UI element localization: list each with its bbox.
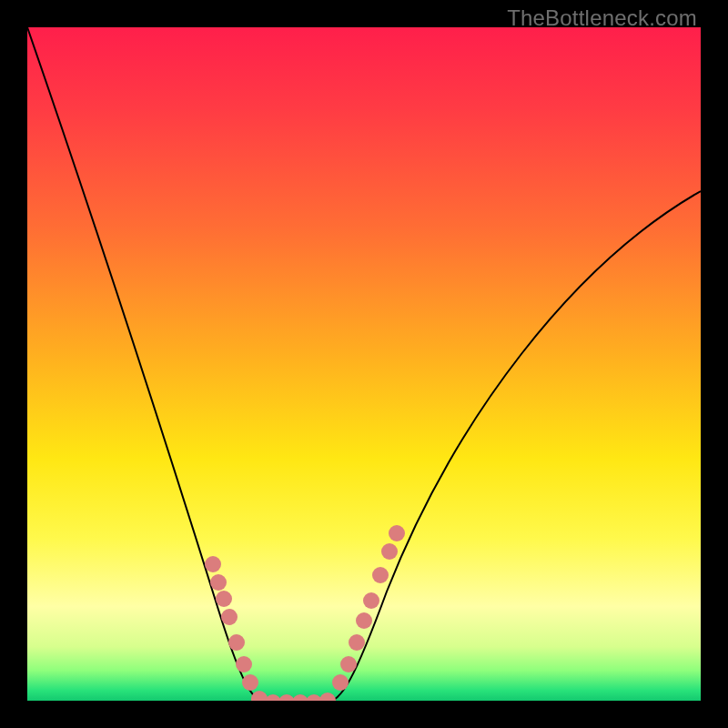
- data-marker: [216, 591, 232, 607]
- data-marker: [242, 674, 258, 691]
- curve-right-curve: [296, 191, 701, 701]
- data-marker: [278, 694, 295, 701]
- data-marker: [210, 574, 227, 591]
- data-marker: [319, 693, 336, 701]
- data-marker: [205, 556, 221, 572]
- data-marker: [292, 694, 308, 701]
- data-marker: [251, 691, 268, 701]
- data-marker: [228, 634, 245, 651]
- watermark-label: TheBottleneck.com: [507, 5, 697, 31]
- data-marker: [363, 592, 379, 609]
- data-marker: [221, 609, 238, 625]
- data-marker: [340, 656, 357, 672]
- data-marker: [236, 656, 252, 672]
- data-marker: [389, 525, 405, 541]
- data-marker: [265, 694, 281, 701]
- plot-area: [27, 27, 701, 701]
- data-marker: [381, 543, 398, 560]
- marker-group: [205, 525, 405, 701]
- data-marker: [349, 634, 365, 651]
- data-marker: [372, 567, 389, 583]
- curves-layer: [27, 27, 701, 701]
- data-marker: [332, 674, 349, 691]
- curve-left-curve: [27, 27, 296, 701]
- chart-frame: TheBottleneck.com: [0, 0, 728, 728]
- data-marker: [356, 612, 372, 629]
